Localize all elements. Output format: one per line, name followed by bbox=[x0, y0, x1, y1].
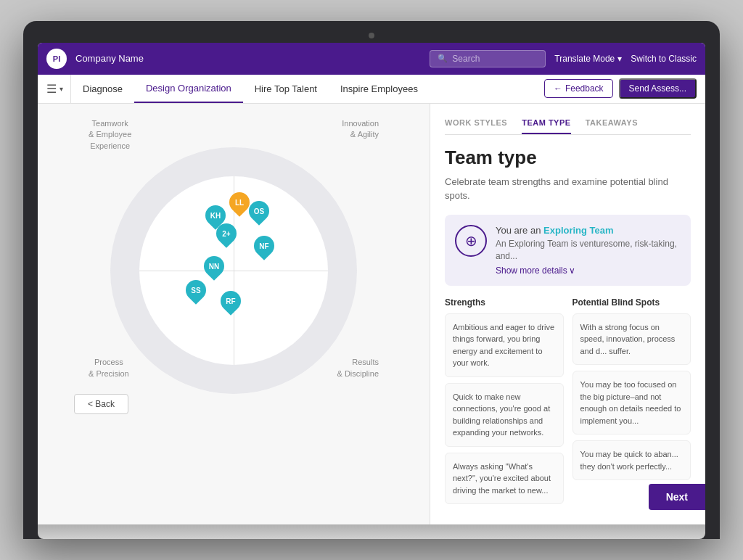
right-panel: WORK STYLES TEAM TYPE TAKEAWAYS Team typ… bbox=[430, 104, 705, 524]
search-icon: 🔍 bbox=[438, 54, 448, 63]
company-name: Company Name bbox=[75, 53, 144, 64]
show-more-button[interactable]: Show more details ∨ bbox=[496, 265, 681, 276]
strength-item-2: Quick to make new connections, you're go… bbox=[445, 383, 564, 447]
blind-spots-header: Potential Blind Spots bbox=[572, 297, 691, 308]
tab-team-type[interactable]: TEAM TYPE bbox=[522, 118, 570, 134]
pin-RF: RF bbox=[220, 291, 242, 317]
nav-hire-top-talent[interactable]: Hire Top Talent bbox=[243, 75, 329, 103]
section-subtitle: Celebrate team strengths and examine pot… bbox=[445, 175, 691, 203]
blind-spot-item-3: You may be quick to aban... they don't w… bbox=[572, 440, 691, 480]
pi-logo: PI bbox=[46, 49, 67, 69]
laptop-bottom bbox=[38, 524, 705, 539]
pin-NN: NN bbox=[203, 256, 225, 282]
strength-item-1: Ambitious and eager to drive things forw… bbox=[445, 313, 564, 377]
team-description: An Exploring Team is venturesome, risk-t… bbox=[496, 238, 681, 263]
nav-diagnose[interactable]: Diagnose bbox=[71, 75, 134, 103]
feedback-button[interactable]: ← Feedback bbox=[544, 79, 613, 98]
hamburger-button[interactable]: ☰ ▾ bbox=[46, 75, 71, 103]
camera-dot bbox=[369, 33, 374, 38]
nav-design-organization[interactable]: Design Organization bbox=[134, 75, 243, 103]
section-title: Team type bbox=[445, 147, 691, 169]
you-are-text: You are an Exploring Team bbox=[496, 225, 681, 236]
left-panel: Teamwork& EmployeeExperience Innovation&… bbox=[38, 104, 430, 524]
tab-takeaways[interactable]: TAKEAWAYS bbox=[586, 118, 638, 134]
feedback-icon: ← bbox=[554, 83, 562, 94]
nav-inspire-employees[interactable]: Inspire Employees bbox=[329, 75, 430, 103]
translate-mode-button[interactable]: Translate Mode ▾ bbox=[554, 54, 622, 64]
team-type-card: ⊕ You are an Exploring Team An Exploring… bbox=[445, 215, 691, 286]
team-card-text: You are an Exploring Team An Exploring T… bbox=[496, 225, 681, 276]
pin-LL: LL bbox=[229, 192, 250, 218]
top-bar: PI Company Name 🔍 Search Translate Mode … bbox=[38, 43, 705, 75]
blind-spots-col: Potential Blind Spots With a strong focu… bbox=[572, 297, 691, 511]
search-bar[interactable]: 🔍 Search bbox=[430, 50, 546, 67]
search-placeholder: Search bbox=[452, 54, 480, 64]
pin-SS: SS bbox=[185, 280, 207, 306]
team-diagram: KH LL OS 2+ NF NN SS RF bbox=[110, 147, 357, 394]
strengths-blindspots: Strengths Ambitious and eager to drive t… bbox=[445, 297, 691, 511]
compass-icon: ⊕ bbox=[455, 225, 487, 257]
blind-spot-item-2: You may be too focused on the big pictur… bbox=[572, 371, 691, 435]
pin-NF: NF bbox=[253, 236, 275, 262]
main-content: Teamwork& EmployeeExperience Innovation&… bbox=[38, 104, 705, 524]
team-name: Exploring Team bbox=[543, 225, 614, 236]
tab-work-styles[interactable]: WORK STYLES bbox=[445, 118, 507, 134]
next-button[interactable]: Next bbox=[649, 484, 705, 510]
tabs-row: WORK STYLES TEAM TYPE TAKEAWAYS bbox=[445, 118, 691, 135]
switch-classic-button[interactable]: Switch to Classic bbox=[631, 54, 697, 64]
quadrant-labels: Teamwork& EmployeeExperience Innovation&… bbox=[81, 118, 386, 379]
secondary-nav: ☰ ▾ Diagnose Design Organization Hire To… bbox=[38, 75, 705, 104]
pin-OS: OS bbox=[248, 201, 270, 227]
nav-right-actions: ← Feedback Send Assess... bbox=[544, 78, 697, 99]
pin-2plus: 2+ bbox=[215, 223, 237, 250]
send-assessment-button[interactable]: Send Assess... bbox=[619, 78, 697, 99]
blind-spot-item-1: With a strong focus on speed, innovation… bbox=[572, 313, 691, 366]
strengths-header: Strengths bbox=[445, 297, 564, 308]
strength-item-3: Always asking "What's next?", you're exc… bbox=[445, 453, 564, 505]
label-innovation: Innovation& Agility bbox=[342, 118, 379, 141]
strengths-col: Strengths Ambitious and eager to drive t… bbox=[445, 297, 564, 511]
back-button[interactable]: < Back bbox=[74, 394, 128, 414]
